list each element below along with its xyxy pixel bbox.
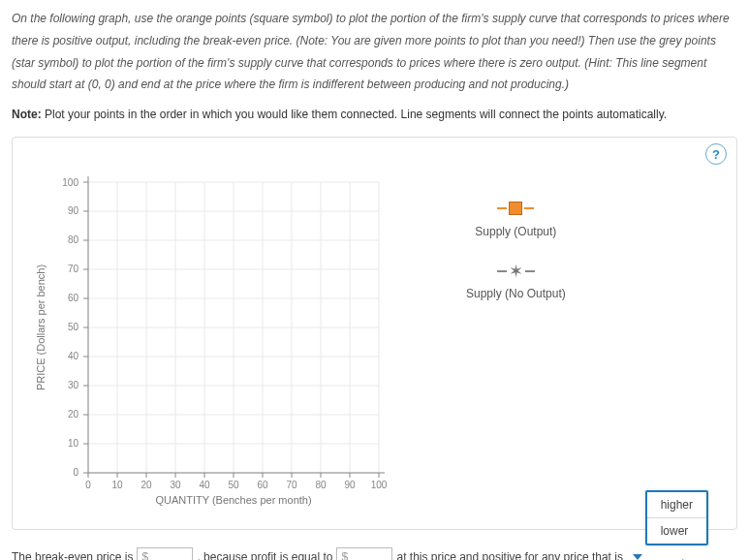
- y-tick-label: 30: [68, 380, 79, 390]
- graph-container: ?: [12, 137, 737, 530]
- x-tick-label: 70: [286, 480, 297, 490]
- y-tick-label: 90: [68, 205, 79, 216]
- x-tick-label: 80: [315, 480, 327, 490]
- breakeven-price-input[interactable]: $: [137, 547, 193, 560]
- dropdown-options-popup: higher lower: [645, 490, 708, 545]
- x-tick-label: 0: [85, 480, 91, 490]
- legend-item-no-output[interactable]: ✶ Supply (No Output): [466, 265, 566, 300]
- y-axis-label: PRICE (Dollars per bench): [35, 264, 47, 390]
- fill-text-1: The break-even price is: [12, 550, 133, 560]
- y-tick-label: 100: [62, 177, 78, 188]
- fill-text-3: at this price and positive for any price…: [396, 550, 622, 560]
- x-tick-label: 40: [199, 480, 210, 490]
- x-axis-label: QUANTITY (Benches per month): [155, 494, 311, 506]
- x-tick-label: 60: [257, 480, 268, 490]
- x-ticks: [88, 473, 379, 478]
- dropdown-option-higher[interactable]: higher: [647, 492, 706, 518]
- chart-grid: [88, 182, 379, 473]
- graph-inner: 0 10 20 30 40 50 60 70 80 90 100 0 10 20…: [20, 145, 729, 521]
- y-tick-label: 70: [68, 264, 79, 274]
- y-tick-label: 10: [68, 438, 79, 449]
- x-tick-label: 90: [344, 480, 356, 490]
- star-point-icon[interactable]: ✶: [497, 265, 535, 277]
- higher-lower-dropdown[interactable]: [627, 554, 675, 560]
- y-tick-label: 50: [68, 322, 79, 332]
- y-tick-label: 20: [68, 409, 79, 420]
- y-tick-label: 60: [68, 293, 79, 303]
- legend-label-no-output: Supply (No Output): [466, 287, 566, 300]
- note-prefix: Note:: [12, 108, 42, 121]
- profit-value-input[interactable]: $: [336, 547, 392, 560]
- dropdown-option-lower[interactable]: lower: [647, 518, 706, 544]
- instructions-text: On the following graph, use the orange p…: [12, 8, 737, 96]
- note-line: Note: Plot your points in the order in w…: [12, 106, 737, 123]
- y-ticks: [83, 182, 88, 473]
- x-tick-label: 50: [228, 480, 239, 490]
- note-text: Plot your points in the order in which y…: [42, 108, 667, 121]
- fill-text-2: , because profit is equal to: [197, 550, 332, 560]
- y-tick-label: 40: [68, 351, 79, 361]
- x-tick-label: 100: [371, 480, 388, 490]
- fill-period: .: [681, 550, 684, 560]
- legend-item-output[interactable]: Supply (Output): [466, 202, 566, 238]
- y-tick-label: 0: [73, 467, 78, 478]
- legend-label-output: Supply (Output): [475, 225, 556, 238]
- square-point-icon[interactable]: [497, 202, 534, 215]
- x-tick-label: 20: [140, 480, 152, 490]
- chart-plot-area[interactable]: 0 10 20 30 40 50 60 70 80 90 100 0 10 20…: [20, 172, 427, 521]
- fill-in-row: The break-even price is $ , because prof…: [12, 547, 737, 560]
- chart-legend: Supply (Output) ✶ Supply (No Output): [466, 172, 566, 327]
- x-tick-label: 10: [111, 480, 123, 490]
- y-tick-label: 80: [68, 234, 79, 245]
- x-tick-label: 30: [170, 480, 181, 490]
- chevron-down-icon: [633, 554, 642, 560]
